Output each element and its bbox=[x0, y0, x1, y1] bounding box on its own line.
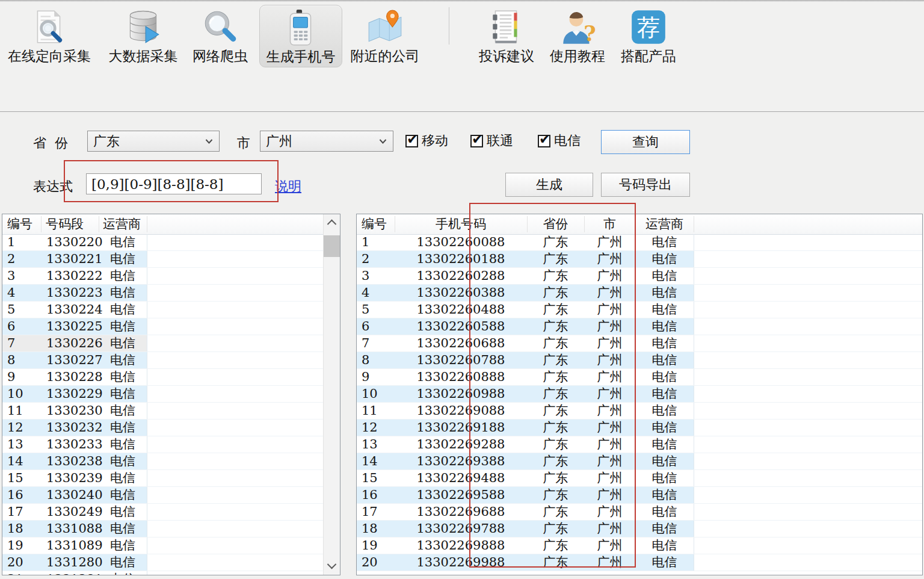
toolbar-button-web-crawler[interactable]: 网络爬虫 bbox=[188, 5, 252, 67]
table-cell: 广州 bbox=[584, 234, 635, 250]
segment-table-row[interactable]: 191331089电信 bbox=[2, 537, 324, 554]
table-cell: 13302260088 bbox=[395, 234, 527, 250]
phone-table-row[interactable]: 1813302269788广东广州电信 bbox=[357, 521, 922, 537]
toolbar-button-generate-phone[interactable]: 生成手机号 bbox=[259, 5, 342, 67]
phone-table-row[interactable]: 913302260888广东广州电信 bbox=[357, 369, 922, 386]
table-cell: 电信 bbox=[110, 318, 146, 335]
table-cell: 广州 bbox=[584, 352, 635, 368]
checkbox-box[interactable]: ✔ bbox=[538, 135, 550, 147]
phone-table-row[interactable]: 313302260288广东广州电信 bbox=[357, 268, 922, 285]
segment-table-row[interactable]: 51330224电信 bbox=[2, 302, 324, 318]
toolbar-button-online-collect[interactable]: 在线定向采集 bbox=[5, 5, 94, 67]
column-header[interactable]: 运营商 bbox=[635, 214, 694, 234]
generate-button[interactable]: 生成 bbox=[505, 173, 593, 197]
column-separator bbox=[99, 216, 99, 232]
toolbar-button-nearby-company[interactable]: 附近的公司 bbox=[345, 5, 425, 67]
segment-table-row[interactable]: 121330232电信 bbox=[2, 420, 324, 436]
phone-table-row[interactable]: 2013302269988广东广州电信 bbox=[357, 554, 922, 571]
toolbar-button-feedback[interactable]: 投诉建议 bbox=[473, 5, 540, 67]
segment-table-header[interactable]: 编号号码段运营商 bbox=[2, 214, 324, 235]
phone-table-row[interactable]: 113302260088广东广州电信 bbox=[357, 234, 922, 251]
crawler-icon bbox=[200, 8, 240, 48]
carrier-checkbox-telecom[interactable]: ✔电信 bbox=[538, 132, 581, 150]
table-cell: 4 bbox=[362, 285, 398, 301]
phone-table-row[interactable]: 1013302260988广东广州电信 bbox=[357, 386, 922, 403]
table-cell: 广东 bbox=[527, 537, 584, 554]
table-cell: 广东 bbox=[527, 487, 584, 503]
segment-table-row[interactable]: 131330233电信 bbox=[2, 436, 324, 453]
segment-table-row[interactable]: 201331280电信 bbox=[2, 554, 324, 571]
carrier-checkbox-mobile[interactable]: ✔移动 bbox=[405, 132, 448, 150]
phone-table-row[interactable]: 1313302269288广东广州电信 bbox=[357, 436, 922, 453]
table-cell: 广州 bbox=[584, 403, 635, 419]
phone-table-row[interactable]: 1613302269588广东广州电信 bbox=[357, 487, 922, 504]
phone-table-row[interactable]: 513302260488广东广州电信 bbox=[357, 302, 922, 318]
carrier-checkbox-unicom[interactable]: ✔联通 bbox=[470, 132, 513, 150]
phone-table-row[interactable]: 1513302269488广东广州电信 bbox=[357, 470, 922, 487]
segment-table-row[interactable]: 151330239电信 bbox=[2, 470, 324, 487]
phone-table-row[interactable]: 813302260788广东广州电信 bbox=[357, 352, 922, 369]
column-separator bbox=[527, 216, 528, 232]
expression-input[interactable] bbox=[86, 173, 262, 194]
phone-table-row[interactable]: 1713302269688广东广州电信 bbox=[357, 504, 922, 521]
phone-table-row[interactable]: 1413302269388广东广州电信 bbox=[357, 453, 922, 470]
table-cell: 10 bbox=[362, 386, 398, 402]
column-header[interactable]: 手机号码 bbox=[395, 214, 527, 234]
segment-table-row[interactable]: 211331281电信 bbox=[2, 571, 324, 575]
query-button[interactable]: 查询 bbox=[601, 130, 690, 154]
expression-help-link[interactable]: 说明 bbox=[275, 178, 301, 196]
segment-table-row[interactable]: 21330221电信 bbox=[2, 251, 324, 268]
segment-table-row[interactable]: 171330249电信 bbox=[2, 504, 324, 521]
segment-table-row[interactable]: 11330220电信 bbox=[2, 234, 324, 251]
table-cell: 广东 bbox=[527, 470, 584, 486]
phone-table-row[interactable]: 1113302269088广东广州电信 bbox=[357, 403, 922, 420]
table-cell: 电信 bbox=[635, 420, 694, 436]
toolbar-button-tutorial[interactable]: ?使用教程 bbox=[544, 5, 611, 67]
province-select[interactable]: 广东 bbox=[87, 131, 220, 152]
phone-table-row[interactable]: 213302260188广东广州电信 bbox=[357, 251, 922, 268]
segment-table-row[interactable]: 111330230电信 bbox=[2, 403, 324, 420]
phone-table-row[interactable]: 713302260688广东广州电信 bbox=[357, 335, 922, 352]
table-cell: 广东 bbox=[527, 335, 584, 351]
column-header[interactable]: 编号 bbox=[7, 214, 42, 234]
segment-table-row[interactable]: 91330228电信 bbox=[2, 369, 324, 386]
segment-table-row[interactable]: 181331088电信 bbox=[2, 521, 324, 537]
segment-table-scrollbar[interactable] bbox=[323, 214, 340, 575]
column-header[interactable]: 市 bbox=[584, 214, 635, 234]
toolbar-button-big-data-collect[interactable]: 大数据采集 bbox=[103, 5, 183, 67]
segment-table-row[interactable]: 71330226电信 bbox=[2, 335, 324, 352]
table-cell: 2 bbox=[7, 251, 42, 267]
scrollbar-thumb[interactable] bbox=[324, 235, 340, 257]
table-cell: 广州 bbox=[584, 369, 635, 385]
segment-table-row[interactable]: 141330238电信 bbox=[2, 453, 324, 470]
segment-table-row[interactable]: 81330227电信 bbox=[2, 352, 324, 369]
phone-table-row[interactable]: 1213302269188广东广州电信 bbox=[357, 420, 922, 436]
scroll-down-button[interactable] bbox=[324, 558, 340, 574]
phone-table-header[interactable]: 编号手机号码省份市运营商 bbox=[357, 214, 922, 235]
column-header[interactable]: 编号 bbox=[362, 214, 398, 234]
segment-table-row[interactable]: 101330229电信 bbox=[2, 386, 324, 403]
segment-table-row[interactable]: 41330223电信 bbox=[2, 285, 324, 302]
table-cell: 13302269988 bbox=[395, 554, 527, 571]
phone-table-row[interactable]: 413302260388广东广州电信 bbox=[357, 285, 922, 302]
export-button[interactable]: 号码导出 bbox=[601, 173, 690, 197]
checkbox-box[interactable]: ✔ bbox=[470, 135, 483, 147]
city-select[interactable]: 广州 bbox=[260, 131, 393, 152]
table-cell: 电信 bbox=[635, 504, 694, 520]
table-cell: 电信 bbox=[110, 470, 146, 486]
column-header[interactable]: 运营商 bbox=[103, 214, 146, 234]
table-cell: 10 bbox=[7, 386, 42, 402]
table-cell: 广州 bbox=[584, 285, 635, 301]
scroll-up-button[interactable] bbox=[324, 214, 340, 230]
segment-table-row[interactable]: 61330225电信 bbox=[2, 318, 324, 335]
phone-table-row[interactable]: 1913302269888广东广州电信 bbox=[357, 537, 922, 554]
segment-table-row[interactable]: 161330240电信 bbox=[2, 487, 324, 504]
phone-table-row[interactable]: 613302260588广东广州电信 bbox=[357, 318, 922, 335]
column-header[interactable]: 号码段 bbox=[46, 214, 106, 234]
toolbar-button-recommend[interactable]: 荐搭配产品 bbox=[615, 5, 682, 67]
table-cell: 16 bbox=[362, 487, 398, 503]
checkbox-box[interactable]: ✔ bbox=[405, 135, 418, 147]
segment-table-row[interactable]: 31330222电信 bbox=[2, 268, 324, 285]
column-header[interactable]: 省份 bbox=[527, 214, 584, 234]
table-cell: 13302260588 bbox=[395, 318, 527, 335]
